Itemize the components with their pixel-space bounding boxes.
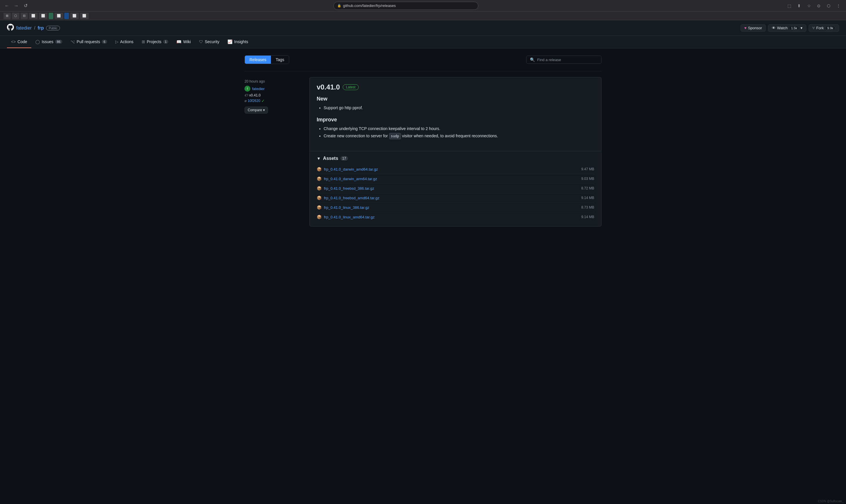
- bookmark-item[interactable]: ⬜: [39, 13, 48, 19]
- bookmark-item[interactable]: ⬜: [29, 13, 38, 19]
- compare-button[interactable]: Compare ▾: [245, 107, 268, 113]
- repo-name-link[interactable]: frp: [38, 25, 44, 31]
- new-item-1: Support go http pprof.: [324, 105, 594, 111]
- projects-icon: ⊞: [142, 39, 145, 44]
- tab-pull-requests[interactable]: ⌥ Pull requests 6: [66, 36, 111, 48]
- extensions-button[interactable]: ⬡: [825, 2, 833, 10]
- asset-link[interactable]: frp_0.41.0_freebsd_amd64.tar.gz: [324, 196, 380, 200]
- share-button[interactable]: ⬆: [795, 2, 803, 10]
- asset-link[interactable]: frp_0.41.0_linux_amd64.tar.gz: [324, 215, 375, 219]
- improve-section-title: Improve: [317, 117, 594, 123]
- release-tag: 🏷 v0.41.0: [245, 93, 303, 97]
- new-section-title: New: [317, 96, 594, 102]
- lock-icon: 🔒: [337, 4, 341, 7]
- release-version: v0.41.0: [317, 83, 340, 91]
- releases-tab[interactable]: Releases: [245, 56, 271, 64]
- bookmark-item[interactable]: ⬜: [70, 13, 79, 19]
- sponsor-button[interactable]: ♥ Sponsor: [740, 24, 766, 32]
- bookmark-item[interactable]: [49, 13, 53, 19]
- asset-size: 8.73 MB: [581, 205, 594, 210]
- asset-link[interactable]: frp_0.41.0_linux_386.tar.gz: [324, 205, 370, 210]
- release-card-body: v0.41.0 Latest New Support go http pprof…: [310, 77, 601, 151]
- main-content: Releases Tags 🔍 20 hours ago f fatedier: [238, 48, 608, 233]
- watch-label: Watch: [777, 26, 788, 30]
- improve-items-list: Change underlying TCP connection keepali…: [317, 126, 594, 139]
- refresh-button[interactable]: ↺: [22, 2, 29, 9]
- code-icon: <>: [11, 39, 16, 44]
- asset-size: 9.14 MB: [581, 215, 594, 219]
- assets-title: Assets: [323, 156, 338, 161]
- bookmark-item[interactable]: ⊟: [21, 13, 28, 19]
- tab-projects-label: Projects: [147, 39, 162, 44]
- asset-link[interactable]: frp_0.41.0_darwin_arm64.tar.gz: [324, 177, 377, 181]
- asset-left: 📦 frp_0.41.0_darwin_amd64.tar.gz: [317, 167, 378, 172]
- latest-badge: Latest: [343, 84, 359, 90]
- asset-link[interactable]: frp_0.41.0_freebsd_386.tar.gz: [324, 186, 374, 191]
- asset-size: 8.72 MB: [581, 186, 594, 190]
- repo-owner-link[interactable]: fatedier: [16, 25, 32, 31]
- header-right: ♥ Sponsor 👁 Watch 1.5k ▾ ⑂ Fork 9.9k: [740, 24, 839, 32]
- asset-link[interactable]: frp_0.41.0_darwin_amd64.tar.gz: [324, 167, 378, 172]
- author-name[interactable]: fatedier: [252, 87, 265, 91]
- asset-row: 📦 frp_0.41.0_linux_amd64.tar.gz 9.14 MB: [317, 212, 594, 221]
- tab-actions[interactable]: ▷ Actions: [111, 36, 138, 48]
- release-card: v0.41.0 Latest New Support go http pprof…: [309, 77, 601, 227]
- separator: /: [34, 25, 35, 31]
- tab-security[interactable]: 🛡 Security: [195, 36, 224, 48]
- bookmarks-bar: ⊞ ⬡ ⊟ ⬜ ⬜ ⬜ ⬜ ⬜: [0, 12, 846, 20]
- tab-actions-label: Actions: [120, 39, 133, 44]
- archive-icon: 📦: [317, 186, 322, 191]
- fork-icon: ⑂: [812, 26, 815, 30]
- asset-size: 9.03 MB: [581, 177, 594, 181]
- pr-icon: ⌥: [70, 39, 75, 44]
- tab-code[interactable]: <> Code: [7, 36, 31, 48]
- bookmark-item[interactable]: [64, 13, 69, 19]
- find-release-input[interactable]: [537, 58, 598, 62]
- commit-hash[interactable]: 10f2620: [248, 99, 260, 103]
- asset-left: 📦 frp_0.41.0_darwin_arm64.tar.gz: [317, 176, 377, 181]
- cast-button[interactable]: ⬚: [785, 2, 793, 10]
- projects-count: 1: [163, 40, 168, 44]
- bookmark-item[interactable]: ⬡: [12, 13, 19, 19]
- bookmark-item[interactable]: ⬜: [54, 13, 63, 19]
- address-bar[interactable]: 🔒 github.com/fatedier/frp/releases: [334, 2, 478, 10]
- asset-row: 📦 frp_0.41.0_linux_386.tar.gz 8.73 MB: [317, 203, 594, 212]
- assets-header[interactable]: ▼ Assets 17: [317, 156, 594, 161]
- watch-button[interactable]: 👁 Watch 1.5k ▾: [768, 24, 806, 32]
- tag-value: v0.41.0: [249, 93, 260, 97]
- compare-dropdown-icon: ▾: [263, 108, 265, 112]
- header-left: fatedier / frp Public: [7, 24, 60, 32]
- back-button[interactable]: ←: [3, 2, 11, 9]
- issues-icon: ◯: [35, 39, 40, 44]
- assets-list: 📦 frp_0.41.0_darwin_amd64.tar.gz 9.47 MB…: [317, 164, 594, 221]
- tab-wiki[interactable]: 📖 Wiki: [173, 36, 195, 48]
- fork-button[interactable]: ⑂ Fork 9.9k: [809, 24, 839, 32]
- releases-header: Releases Tags 🔍: [245, 55, 601, 64]
- sudp-code: sudp: [389, 133, 401, 139]
- tab-projects[interactable]: ⊞ Projects 1: [138, 36, 173, 48]
- bookmark-item[interactable]: ⊞: [3, 13, 11, 19]
- security-icon: 🛡: [199, 39, 203, 44]
- tags-tab[interactable]: Tags: [271, 56, 289, 64]
- assets-triangle-icon: ▼: [317, 156, 321, 161]
- forward-button[interactable]: →: [13, 2, 20, 9]
- release-sidebar: 20 hours ago f fatedier 🏷 v0.41.0 ⌀ 10f2…: [245, 77, 303, 227]
- bookmark-button[interactable]: ☆: [805, 2, 813, 10]
- fork-count: 9.9k: [825, 26, 835, 31]
- profile-button[interactable]: ⊙: [815, 2, 823, 10]
- bookmark-item[interactable]: ⬜: [80, 13, 89, 19]
- tag-icon: 🏷: [245, 93, 248, 97]
- archive-icon: 📦: [317, 167, 322, 172]
- tab-insights[interactable]: 📈 Insights: [223, 36, 252, 48]
- tab-issues[interactable]: ◯ Issues 86: [31, 36, 66, 48]
- releases-tab-group: Releases Tags: [245, 55, 289, 64]
- tab-issues-label: Issues: [42, 39, 53, 44]
- archive-icon: 📦: [317, 205, 322, 210]
- menu-button[interactable]: ⋮: [834, 2, 843, 10]
- archive-icon: 📦: [317, 215, 322, 219]
- new-items-list: Support go http pprof.: [317, 105, 594, 111]
- issues-count: 86: [55, 40, 62, 44]
- release-time: 20 hours ago: [245, 79, 303, 84]
- browser-bar: ← → ↺ 🔒 github.com/fatedier/frp/releases…: [0, 0, 846, 12]
- tab-insights-label: Insights: [234, 39, 248, 44]
